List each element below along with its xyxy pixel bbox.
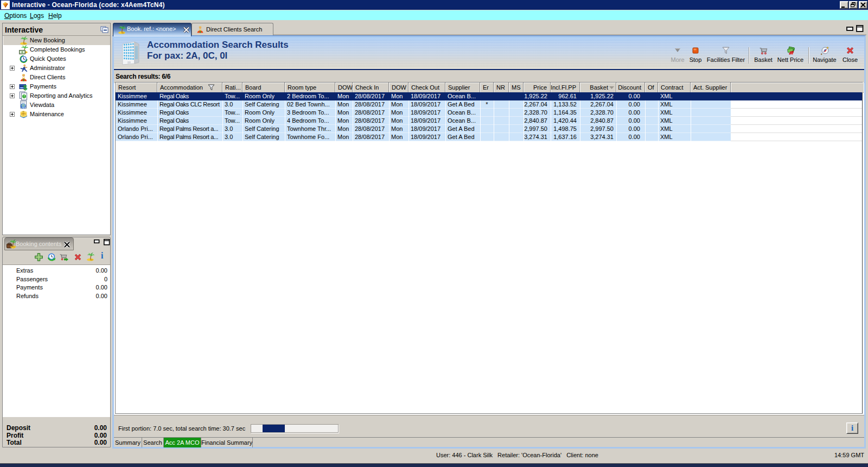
svg-text:$: $ [23,84,28,91]
